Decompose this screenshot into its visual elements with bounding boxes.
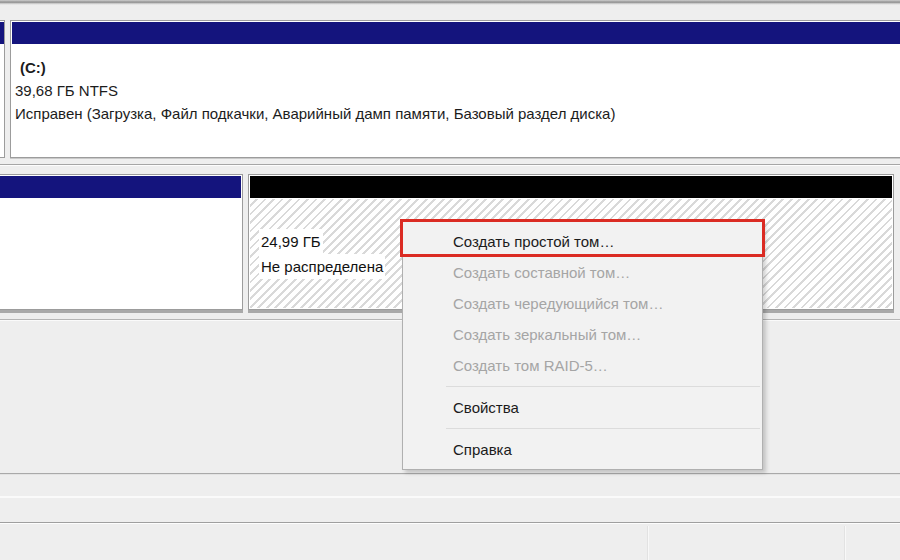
disk1-volume-header-bar [0,176,241,198]
menu-item-create-mirrored-volume: Создать зеркальный том… [403,319,762,350]
volume-size: 39,68 ГБ NTFS [15,79,900,102]
unallocated-size: 24,99 ГБ [259,229,323,254]
partition-c-box[interactable]: (C:) 39,68 ГБ NTFS Исправен (Загрузка, Ф… [10,20,900,158]
legend-bar-inner-divider [0,496,900,498]
status-bar-top-divider [0,522,900,524]
menu-item-properties[interactable]: Свойства [403,392,762,423]
partition-box-fragment [0,20,5,158]
status-bar-divider [647,526,649,560]
unallocated-status: Не распределена [259,254,385,279]
menu-separator [446,428,760,429]
partition-c-header-bar [12,22,900,44]
legend-bar-top-divider [0,473,900,475]
menu-separator [446,386,760,387]
status-bar-divider [844,526,846,560]
menu-item-create-striped-volume: Создать чередующийся том… [403,288,762,319]
volume-label: (C:) [15,56,900,79]
menu-item-create-simple-volume[interactable]: Создать простой том… [403,226,762,257]
pane-splitter [0,0,900,5]
partition-header-fragment [0,22,4,44]
row-divider [0,164,900,166]
disk1-volume-box[interactable] [0,174,243,310]
context-menu: Создать простой том… Создать составной т… [402,221,763,470]
disk1-unallocated-header-bar [250,176,892,198]
menu-item-create-spanned-volume: Создать составной том… [403,257,762,288]
menu-item-create-raid5-volume: Создать том RAID-5… [403,350,762,381]
volume-status: Исправен (Загрузка, Файл подкачки, Авари… [15,102,900,125]
menu-item-help[interactable]: Справка [403,434,762,465]
